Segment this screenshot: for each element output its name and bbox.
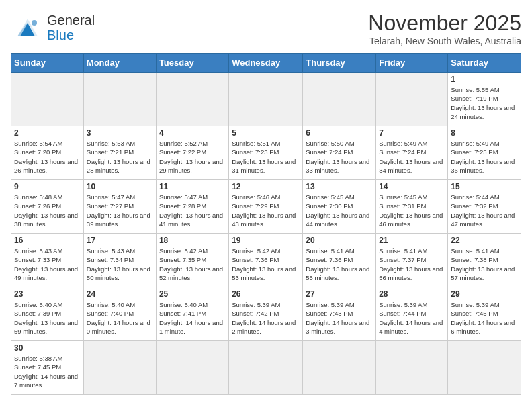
calendar-cell: 25Sunrise: 5:40 AMSunset: 7:41 PMDayligh… bbox=[156, 287, 228, 341]
day-info: Sunrise: 5:41 AMSunset: 7:37 PMDaylight:… bbox=[379, 246, 445, 282]
calendar-cell: 18Sunrise: 5:42 AMSunset: 7:35 PMDayligh… bbox=[156, 234, 228, 287]
weekday-header-tuesday: Tuesday bbox=[156, 54, 228, 73]
calendar-cell: 13Sunrise: 5:45 AMSunset: 7:30 PMDayligh… bbox=[303, 180, 376, 234]
day-number: 24 bbox=[87, 289, 153, 299]
calendar-cell bbox=[376, 341, 448, 395]
weekday-header-friday: Friday bbox=[376, 54, 448, 73]
day-number: 4 bbox=[159, 128, 226, 138]
day-number: 10 bbox=[87, 182, 153, 191]
calendar-cell: 9Sunrise: 5:48 AMSunset: 7:26 PMDaylight… bbox=[11, 180, 84, 234]
calendar-cell: 5Sunrise: 5:51 AMSunset: 7:23 PMDaylight… bbox=[229, 126, 303, 180]
calendar-cell: 11Sunrise: 5:47 AMSunset: 7:28 PMDayligh… bbox=[156, 180, 228, 234]
calendar-cell: 23Sunrise: 5:40 AMSunset: 7:39 PMDayligh… bbox=[11, 287, 84, 341]
day-number: 30 bbox=[14, 343, 81, 353]
day-info: Sunrise: 5:44 AMSunset: 7:32 PMDaylight:… bbox=[451, 193, 518, 228]
calendar-cell: 15Sunrise: 5:44 AMSunset: 7:32 PMDayligh… bbox=[448, 180, 521, 234]
calendar-cell bbox=[376, 73, 448, 126]
day-number: 2 bbox=[14, 128, 81, 138]
day-info: Sunrise: 5:48 AMSunset: 7:26 PMDaylight:… bbox=[14, 193, 81, 228]
calendar-cell bbox=[229, 341, 303, 395]
month-year-title: November 2025 bbox=[368, 11, 521, 36]
calendar-cell: 2Sunrise: 5:54 AMSunset: 7:20 PMDaylight… bbox=[11, 126, 84, 180]
day-number: 11 bbox=[159, 182, 226, 191]
day-info: Sunrise: 5:45 AMSunset: 7:31 PMDaylight:… bbox=[379, 193, 445, 228]
calendar-week-row: 1Sunrise: 5:55 AMSunset: 7:19 PMDaylight… bbox=[11, 73, 521, 126]
calendar-cell: 29Sunrise: 5:39 AMSunset: 7:45 PMDayligh… bbox=[448, 287, 521, 341]
day-info: Sunrise: 5:39 AMSunset: 7:44 PMDaylight:… bbox=[379, 300, 445, 336]
day-number: 23 bbox=[14, 289, 81, 299]
calendar-week-row: 9Sunrise: 5:48 AMSunset: 7:26 PMDaylight… bbox=[11, 180, 521, 234]
weekday-header-row: SundayMondayTuesdayWednesdayThursdayFrid… bbox=[11, 54, 521, 73]
calendar-cell bbox=[156, 73, 228, 126]
location-subtitle: Telarah, New South Wales, Australia bbox=[368, 36, 521, 46]
calendar-cell bbox=[156, 341, 228, 395]
svg-point-4 bbox=[32, 20, 37, 26]
day-info: Sunrise: 5:42 AMSunset: 7:35 PMDaylight:… bbox=[159, 246, 226, 282]
calendar-cell bbox=[448, 341, 521, 395]
calendar-week-row: 16Sunrise: 5:43 AMSunset: 7:33 PMDayligh… bbox=[11, 234, 521, 287]
day-info: Sunrise: 5:49 AMSunset: 7:25 PMDaylight:… bbox=[451, 139, 518, 175]
day-info: Sunrise: 5:39 AMSunset: 7:43 PMDaylight:… bbox=[306, 300, 373, 336]
calendar-cell: 26Sunrise: 5:39 AMSunset: 7:42 PMDayligh… bbox=[229, 287, 303, 341]
day-number: 17 bbox=[87, 236, 153, 245]
calendar-cell bbox=[229, 73, 303, 126]
day-info: Sunrise: 5:47 AMSunset: 7:27 PMDaylight:… bbox=[87, 193, 153, 228]
day-info: Sunrise: 5:40 AMSunset: 7:40 PMDaylight:… bbox=[87, 300, 153, 336]
day-info: Sunrise: 5:50 AMSunset: 7:24 PMDaylight:… bbox=[306, 139, 373, 175]
calendar-cell bbox=[11, 73, 84, 126]
calendar-cell: 27Sunrise: 5:39 AMSunset: 7:43 PMDayligh… bbox=[303, 287, 376, 341]
day-info: Sunrise: 5:46 AMSunset: 7:29 PMDaylight:… bbox=[232, 193, 300, 228]
calendar-cell bbox=[83, 73, 156, 126]
calendar-cell bbox=[303, 341, 376, 395]
day-info: Sunrise: 5:55 AMSunset: 7:19 PMDaylight:… bbox=[451, 85, 518, 121]
calendar-cell: 7Sunrise: 5:49 AMSunset: 7:24 PMDaylight… bbox=[376, 126, 448, 180]
day-number: 12 bbox=[232, 182, 300, 191]
calendar-cell: 8Sunrise: 5:49 AMSunset: 7:25 PMDaylight… bbox=[448, 126, 521, 180]
logo-icon bbox=[11, 11, 44, 44]
weekday-header-sunday: Sunday bbox=[11, 54, 84, 73]
weekday-header-thursday: Thursday bbox=[303, 54, 376, 73]
calendar-cell: 4Sunrise: 5:52 AMSunset: 7:22 PMDaylight… bbox=[156, 126, 228, 180]
day-info: Sunrise: 5:38 AMSunset: 7:45 PMDaylight:… bbox=[14, 354, 81, 390]
day-info: Sunrise: 5:52 AMSunset: 7:22 PMDaylight:… bbox=[159, 139, 226, 175]
day-number: 8 bbox=[451, 128, 518, 138]
logo-general: General bbox=[47, 13, 95, 28]
day-number: 7 bbox=[379, 128, 445, 138]
logo-blue: Blue bbox=[47, 28, 95, 42]
weekday-header-monday: Monday bbox=[83, 54, 156, 73]
calendar-cell: 20Sunrise: 5:41 AMSunset: 7:36 PMDayligh… bbox=[303, 234, 376, 287]
calendar-week-row: 2Sunrise: 5:54 AMSunset: 7:20 PMDaylight… bbox=[11, 126, 521, 180]
calendar-cell: 1Sunrise: 5:55 AMSunset: 7:19 PMDaylight… bbox=[448, 73, 521, 126]
day-number: 1 bbox=[451, 75, 518, 84]
day-number: 14 bbox=[379, 182, 445, 191]
calendar-cell: 14Sunrise: 5:45 AMSunset: 7:31 PMDayligh… bbox=[376, 180, 448, 234]
day-number: 27 bbox=[306, 289, 373, 299]
calendar-cell bbox=[303, 73, 376, 126]
calendar-cell: 3Sunrise: 5:53 AMSunset: 7:21 PMDaylight… bbox=[83, 126, 156, 180]
calendar-cell: 16Sunrise: 5:43 AMSunset: 7:33 PMDayligh… bbox=[11, 234, 84, 287]
day-info: Sunrise: 5:42 AMSunset: 7:36 PMDaylight:… bbox=[232, 246, 300, 282]
calendar-cell: 22Sunrise: 5:41 AMSunset: 7:38 PMDayligh… bbox=[448, 234, 521, 287]
calendar-cell: 10Sunrise: 5:47 AMSunset: 7:27 PMDayligh… bbox=[83, 180, 156, 234]
calendar-cell: 28Sunrise: 5:39 AMSunset: 7:44 PMDayligh… bbox=[376, 287, 448, 341]
day-number: 26 bbox=[232, 289, 300, 299]
day-info: Sunrise: 5:43 AMSunset: 7:34 PMDaylight:… bbox=[87, 246, 153, 282]
calendar-cell: 21Sunrise: 5:41 AMSunset: 7:37 PMDayligh… bbox=[376, 234, 448, 287]
day-number: 5 bbox=[232, 128, 300, 138]
day-number: 20 bbox=[306, 236, 373, 245]
calendar-cell: 19Sunrise: 5:42 AMSunset: 7:36 PMDayligh… bbox=[229, 234, 303, 287]
day-number: 29 bbox=[451, 289, 518, 299]
calendar-table: SundayMondayTuesdayWednesdayThursdayFrid… bbox=[11, 53, 521, 395]
day-info: Sunrise: 5:39 AMSunset: 7:42 PMDaylight:… bbox=[232, 300, 300, 336]
day-number: 25 bbox=[159, 289, 226, 299]
day-info: Sunrise: 5:45 AMSunset: 7:30 PMDaylight:… bbox=[306, 193, 373, 228]
day-number: 19 bbox=[232, 236, 300, 245]
weekday-header-wednesday: Wednesday bbox=[229, 54, 303, 73]
day-number: 6 bbox=[306, 128, 373, 138]
calendar-cell: 17Sunrise: 5:43 AMSunset: 7:34 PMDayligh… bbox=[83, 234, 156, 287]
calendar-week-row: 30Sunrise: 5:38 AMSunset: 7:45 PMDayligh… bbox=[11, 341, 521, 395]
day-info: Sunrise: 5:43 AMSunset: 7:33 PMDaylight:… bbox=[14, 246, 81, 282]
day-info: Sunrise: 5:41 AMSunset: 7:38 PMDaylight:… bbox=[451, 246, 518, 282]
day-number: 3 bbox=[87, 128, 153, 138]
day-number: 9 bbox=[14, 182, 81, 191]
